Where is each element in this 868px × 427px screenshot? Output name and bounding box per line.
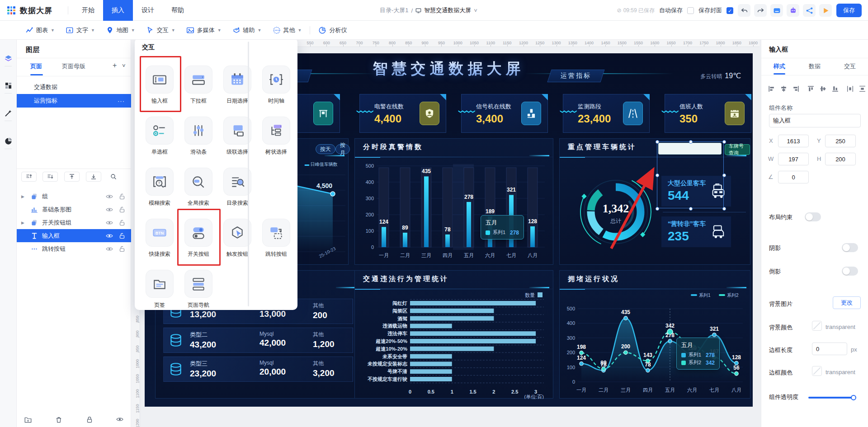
magic-icon[interactable] (4, 109, 13, 117)
popup-item-时间轴[interactable]: 时间轴 (257, 66, 296, 105)
shadow-toggle[interactable] (842, 243, 858, 252)
distribute-h-icon[interactable] (846, 85, 854, 93)
by-month-button[interactable]: 按月 (335, 144, 350, 154)
layer-row-4[interactable]: 输入框 (17, 229, 131, 242)
component-name-input[interactable]: 输入框 (769, 114, 861, 127)
toolbar-item-media[interactable]: 多媒体▼ (181, 21, 227, 40)
menu-item-help[interactable]: 帮助 (163, 0, 193, 21)
toolbar-item-other[interactable]: 其他▼ (267, 21, 307, 40)
popup-item-级联选择[interactable]: 级联选择 (218, 117, 257, 156)
popup-item-滑动条[interactable]: 滑动条 (179, 117, 218, 156)
selection-handle[interactable] (689, 207, 693, 211)
eye-icon[interactable] (106, 232, 113, 239)
lock-icon[interactable] (85, 416, 94, 424)
save-cover-checkbox[interactable]: ✓ (726, 7, 733, 14)
layout-constraint-toggle[interactable] (805, 212, 821, 221)
layer-row-2[interactable]: 基础条形图 (17, 203, 131, 216)
unlock-icon[interactable] (118, 193, 126, 200)
align-middle-icon[interactable] (819, 85, 827, 93)
popup-scrollbar[interactable] (248, 42, 249, 306)
angle-input[interactable]: 0 (778, 171, 809, 183)
chevron-down-icon[interactable]: ˅ (474, 7, 477, 14)
eye-icon[interactable] (106, 193, 113, 200)
align-top-icon[interactable] (807, 85, 815, 93)
redo-icon[interactable] (754, 4, 767, 17)
popup-item-触发按钮[interactable]: 触发按钮 (218, 219, 257, 258)
popup-item-日期选择[interactable]: 日期选择 (218, 66, 257, 105)
components-icon[interactable] (4, 81, 13, 90)
toolbar-item-chart[interactable]: 图表▼ (20, 21, 60, 40)
collapse-icon[interactable]: ˅ (122, 62, 126, 69)
selection-handle[interactable] (689, 140, 693, 144)
popup-item-页面导航[interactable]: 页面导航 (179, 270, 218, 309)
tab-page-masters[interactable]: 页面母版 (62, 62, 85, 70)
breadcrumb-folder[interactable]: 目录-大屏1 (380, 6, 409, 14)
bg-color-swatch[interactable] (812, 321, 822, 331)
unlock-icon[interactable] (118, 245, 126, 253)
eye-icon[interactable] (106, 245, 113, 253)
bg-image-change-button[interactable]: 更改 (833, 296, 861, 309)
share-icon[interactable] (803, 4, 816, 17)
x-input[interactable]: 1613 (778, 135, 809, 147)
popup-item-快捷搜索[interactable]: BTN快捷搜索 (140, 219, 179, 258)
page-item-1[interactable]: 交通数据 (17, 80, 131, 94)
breadcrumb-page[interactable]: 智慧交通数据大屏 (424, 6, 471, 14)
layer-row-5[interactable]: 跳转按钮 (17, 242, 131, 255)
menu-item-design[interactable]: 设计 (133, 0, 163, 21)
trash-icon[interactable] (55, 416, 63, 424)
popup-item-模糊搜索[interactable]: ?模糊搜索 (140, 168, 179, 207)
reflection-toggle[interactable] (842, 267, 858, 276)
breadcrumb[interactable]: 目录-大屏1 / 智慧交通数据大屏 ˅ (380, 0, 477, 21)
eye-icon[interactable] (106, 219, 113, 226)
piechart-icon[interactable] (4, 137, 13, 145)
toolbar-item-assist[interactable]: 辅助▼ (227, 21, 267, 40)
layer-top-button[interactable] (64, 172, 80, 182)
tab-data[interactable]: 数据 (801, 62, 828, 70)
tab-pages[interactable]: 页面 (30, 62, 42, 70)
tab-style[interactable]: 样式 (766, 62, 793, 70)
align-right-icon[interactable] (792, 85, 800, 93)
toolbar-item-interact[interactable]: 交互▼ (141, 21, 181, 40)
caret-icon[interactable]: ▶ (21, 221, 28, 225)
layer-row-3[interactable]: ▶开关按钮组 (17, 216, 131, 229)
undo-icon[interactable] (738, 4, 750, 17)
toolbar-item-analyzer[interactable]: 分析仪 (313, 21, 352, 40)
more-icon[interactable]: ··· (118, 98, 125, 104)
popup-item-全局搜索[interactable]: 全局搜索 (179, 168, 218, 207)
by-day-button[interactable]: 按天 (316, 144, 335, 154)
layer-down-button[interactable] (42, 172, 58, 182)
h-input[interactable]: 200 (825, 153, 856, 165)
toolbar-item-map[interactable]: 地图▼ (100, 21, 141, 40)
eye-icon[interactable] (116, 416, 124, 424)
popup-item-下拉框[interactable]: 下拉框 (179, 66, 218, 105)
layer-up-button[interactable] (21, 172, 37, 182)
caret-icon[interactable]: ▶ (21, 194, 28, 199)
align-left-icon[interactable] (768, 85, 775, 93)
w-input[interactable]: 197 (778, 153, 809, 165)
eye-icon[interactable] (106, 206, 113, 213)
tab-interaction[interactable]: 交互 (836, 62, 863, 70)
menu-item-insert[interactable]: 插入 (103, 0, 133, 21)
popup-item-页签[interactable]: 页签 (140, 270, 179, 309)
distribute-v-icon[interactable] (859, 85, 866, 93)
autosave-checkbox[interactable] (687, 7, 694, 14)
save-button[interactable]: 保存 (836, 4, 862, 17)
border-color-swatch[interactable] (812, 366, 822, 376)
opacity-slider[interactable] (808, 397, 855, 399)
y-input[interactable]: 250 (825, 135, 856, 147)
search-icon[interactable] (110, 173, 117, 180)
layer-bottom-button[interactable] (86, 172, 101, 182)
panel-icon[interactable] (770, 4, 783, 17)
unlock-icon[interactable] (118, 219, 126, 226)
selection-handle[interactable] (656, 140, 659, 144)
app-logo-icon[interactable] (7, 6, 15, 14)
popup-item-单选框[interactable]: 单选框 (140, 117, 179, 156)
unlock-icon[interactable] (118, 232, 126, 239)
plate-query-button[interactable]: 车牌号查询 (725, 144, 750, 155)
popup-item-跳转按钮[interactable]: 跳转按钮 (257, 219, 296, 258)
play-icon[interactable] (819, 4, 832, 17)
selection-handle[interactable] (722, 174, 726, 177)
page-item-2[interactable]: 运营指标··· (17, 94, 131, 108)
opacity-slider-knob[interactable] (851, 395, 856, 400)
align-center-h-icon[interactable] (780, 85, 788, 93)
